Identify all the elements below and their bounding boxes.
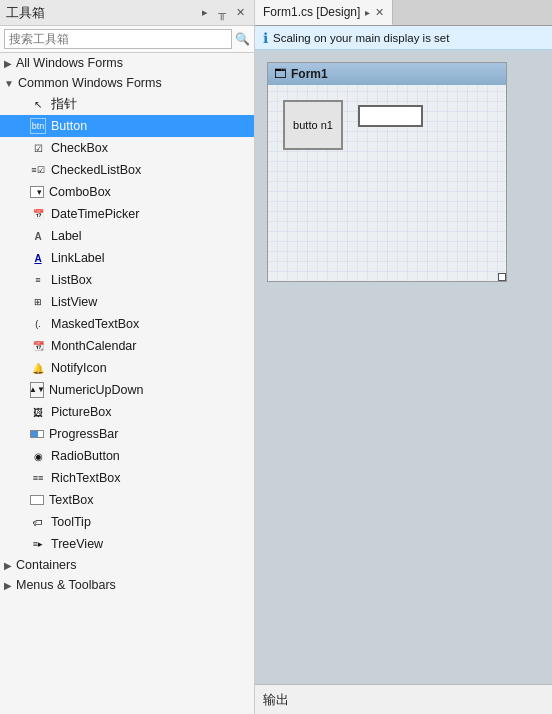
- right-panel: Form1.cs [Design] ▸ ✕ ℹ Scaling on your …: [255, 0, 552, 714]
- section-containers[interactable]: ▶ Containers: [0, 555, 254, 575]
- item-label-richtextbox: RichTextBox: [51, 471, 248, 485]
- item-label-listview: ListView: [51, 295, 248, 309]
- design-textbox[interactable]: [358, 105, 423, 127]
- checkedlistbox-icon: ≡☑: [30, 162, 46, 178]
- item-checkbox[interactable]: ☑ CheckBox: [0, 137, 254, 159]
- toolbox-dock-icon[interactable]: ╥: [215, 6, 229, 20]
- item-label-listbox: ListBox: [51, 273, 248, 287]
- form-body[interactable]: butto n1: [268, 85, 506, 281]
- item-numericupdown[interactable]: ▲▼ NumericUpDown: [0, 379, 254, 401]
- textbox-icon: [30, 495, 44, 505]
- combobox-icon: ▾: [30, 186, 44, 198]
- datetimepicker-icon: 📅: [30, 206, 46, 222]
- item-progressbar[interactable]: ProgressBar: [0, 423, 254, 445]
- item-listview[interactable]: ⊞ ListView: [0, 291, 254, 313]
- item-label-button: Button: [51, 119, 248, 133]
- toolbox-title-icons: ▸ ╥ ✕: [199, 5, 248, 20]
- design-button-label: butto n1: [293, 119, 333, 131]
- item-label-checkedlistbox: CheckedListBox: [51, 163, 248, 177]
- item-label-label: Label: [51, 229, 248, 243]
- item-label-datetimepicker: DateTimePicker: [51, 207, 248, 221]
- item-button[interactable]: btn Button ➤: [0, 115, 254, 137]
- toolbox-close-icon[interactable]: ✕: [233, 5, 248, 20]
- design-button[interactable]: butto n1: [283, 100, 343, 150]
- notifyicon-icon: 🔔: [30, 360, 46, 376]
- search-input[interactable]: [4, 29, 232, 49]
- form-window: 🗔 Form1 butto n1: [267, 62, 507, 282]
- item-label-linklabel: LinkLabel: [51, 251, 248, 265]
- tab-form1-design[interactable]: Form1.cs [Design] ▸ ✕: [255, 0, 393, 25]
- item-label-tooltip: ToolTip: [51, 515, 248, 529]
- section-label-common: Common Windows Forms: [18, 76, 162, 90]
- pointer-icon: ↖: [30, 96, 46, 112]
- toolbox-pin-icon[interactable]: ▸: [199, 5, 211, 20]
- item-richtextbox[interactable]: ≡≡ RichTextBox: [0, 467, 254, 489]
- item-pointer[interactable]: ↖ 指针: [0, 93, 254, 115]
- listbox-icon: ≡: [30, 272, 46, 288]
- section-arrow-common: ▼: [4, 78, 14, 89]
- item-listbox[interactable]: ≡ ListBox: [0, 269, 254, 291]
- picturebox-icon: 🖼: [30, 404, 46, 420]
- toolbox-search-bar: 🔍: [0, 26, 254, 53]
- tab-bar: Form1.cs [Design] ▸ ✕: [255, 0, 552, 26]
- item-label-pointer: 指针: [51, 96, 248, 113]
- section-common-windows-forms[interactable]: ▼ Common Windows Forms: [0, 73, 254, 93]
- item-label-monthcalendar: MonthCalendar: [51, 339, 248, 353]
- item-treeview[interactable]: ≡▸ TreeView: [0, 533, 254, 555]
- item-combobox[interactable]: ▾ ComboBox: [0, 181, 254, 203]
- info-text: Scaling on your main display is set: [273, 32, 449, 44]
- output-label: 输出: [263, 691, 289, 709]
- item-textbox[interactable]: TextBox ➤: [0, 489, 254, 511]
- resize-handle[interactable]: [498, 273, 506, 281]
- richtextbox-icon: ≡≡: [30, 470, 46, 486]
- item-radiobutton[interactable]: ◉ RadioButton: [0, 445, 254, 467]
- section-menus-toolbars[interactable]: ▶ Menus & Toolbars: [0, 575, 254, 595]
- item-label-maskedtextbox: MaskedTextBox: [51, 317, 248, 331]
- item-label-radiobutton: RadioButton: [51, 449, 248, 463]
- toolbox-panel: 工具箱 ▸ ╥ ✕ 🔍 ▶ All Windows Forms ▼ Common…: [0, 0, 255, 714]
- form-title: Form1: [291, 67, 328, 81]
- item-label-combobox: ComboBox: [49, 185, 248, 199]
- section-arrow-containers: ▶: [4, 560, 12, 571]
- item-label-treeview: TreeView: [51, 537, 248, 551]
- item-label-picturebox: PictureBox: [51, 405, 248, 419]
- item-linklabel[interactable]: A LinkLabel: [0, 247, 254, 269]
- linklabel-icon: A: [30, 250, 46, 266]
- form-design-area[interactable]: 🗔 Form1 butto n1: [255, 50, 552, 684]
- item-datetimepicker[interactable]: 📅 DateTimePicker: [0, 203, 254, 225]
- progressbar-icon: [30, 430, 44, 438]
- item-label-notifyicon: NotifyIcon: [51, 361, 248, 375]
- section-label-menus: Menus & Toolbars: [16, 578, 116, 592]
- checkbox-icon: ☑: [30, 140, 46, 156]
- maskedtextbox-icon: (.: [30, 316, 46, 332]
- tooltip-icon: 🏷: [30, 514, 46, 530]
- listview-icon: ⊞: [30, 294, 46, 310]
- item-checkedlistbox[interactable]: ≡☑ CheckedListBox: [0, 159, 254, 181]
- section-arrow-menus: ▶: [4, 580, 12, 591]
- tab-label: Form1.cs [Design]: [263, 5, 360, 19]
- item-label[interactable]: A Label: [0, 225, 254, 247]
- item-monthcalendar[interactable]: 📆 MonthCalendar: [0, 335, 254, 357]
- form-window-icon: 🗔: [274, 67, 286, 81]
- item-tooltip[interactable]: 🏷 ToolTip: [0, 511, 254, 533]
- tab-close-icon[interactable]: ✕: [375, 6, 384, 19]
- item-notifyicon[interactable]: 🔔 NotifyIcon: [0, 357, 254, 379]
- section-arrow-all: ▶: [4, 58, 12, 69]
- item-maskedtextbox[interactable]: (. MaskedTextBox: [0, 313, 254, 335]
- numericupdown-icon: ▲▼: [30, 382, 44, 398]
- tab-pin-icon[interactable]: ▸: [365, 7, 370, 18]
- section-all-windows-forms[interactable]: ▶ All Windows Forms: [0, 53, 254, 73]
- section-label-all: All Windows Forms: [16, 56, 123, 70]
- info-bar: ℹ Scaling on your main display is set: [255, 26, 552, 50]
- toolbox-content: ▶ All Windows Forms ▼ Common Windows For…: [0, 53, 254, 714]
- item-label-textbox: TextBox: [49, 493, 248, 507]
- monthcalendar-icon: 📆: [30, 338, 46, 354]
- info-icon: ℹ: [263, 30, 268, 46]
- label-icon: A: [30, 228, 46, 244]
- form-titlebar: 🗔 Form1: [268, 63, 506, 85]
- output-bar: 输出: [255, 684, 552, 714]
- item-picturebox[interactable]: 🖼 PictureBox: [0, 401, 254, 423]
- toolbox-titlebar: 工具箱 ▸ ╥ ✕: [0, 0, 254, 26]
- section-label-containers: Containers: [16, 558, 76, 572]
- toolbox-title: 工具箱: [6, 4, 45, 22]
